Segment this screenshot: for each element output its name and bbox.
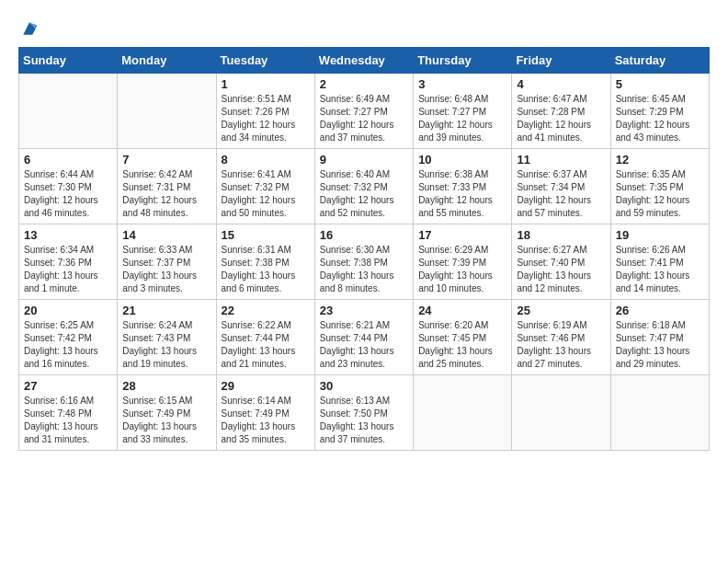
- day-info-line: Sunset: 7:49 PM: [222, 408, 290, 419]
- day-info-line: Sunrise: 6:31 AM: [222, 245, 291, 255]
- day-info-line: Sunrise: 6:34 AM: [24, 245, 94, 255]
- day-info: Sunrise: 6:24 AMSunset: 7:43 PMDaylight:…: [122, 319, 210, 371]
- day-info-line: Sunset: 7:38 PM: [320, 258, 388, 268]
- day-number: 18: [517, 228, 605, 242]
- day-info-line: Sunset: 7:32 PM: [320, 182, 388, 192]
- calendar-cell: 1Sunrise: 6:51 AMSunset: 7:26 PMDaylight…: [216, 74, 314, 149]
- day-info: Sunrise: 6:48 AMSunset: 7:27 PMDaylight:…: [418, 93, 506, 144]
- day-info-line: Sunrise: 6:38 AM: [418, 169, 488, 179]
- calendar-cell: [610, 375, 709, 451]
- day-info: Sunrise: 6:27 AMSunset: 7:40 PMDaylight:…: [517, 244, 605, 295]
- page-header: [18, 18, 710, 38]
- day-number: 27: [24, 379, 112, 393]
- calendar-cell: 8Sunrise: 6:41 AMSunset: 7:32 PMDaylight…: [216, 149, 314, 224]
- day-number: 24: [418, 304, 506, 317]
- day-number: 3: [418, 77, 506, 91]
- day-info-line: Sunrise: 6:37 AM: [517, 169, 586, 179]
- day-info-line: Sunrise: 6:16 AM: [24, 396, 94, 406]
- calendar-cell: [118, 74, 216, 149]
- calendar-cell: [512, 375, 610, 451]
- calendar-cell: [19, 74, 118, 149]
- day-number: 16: [320, 228, 408, 242]
- day-info-line: Sunset: 7:43 PM: [122, 333, 190, 343]
- day-info: Sunrise: 6:34 AMSunset: 7:36 PMDaylight:…: [24, 244, 112, 295]
- day-info: Sunrise: 6:45 AMSunset: 7:29 PMDaylight:…: [616, 93, 704, 144]
- calendar-header-monday: Monday: [118, 48, 216, 74]
- day-info-line: Sunset: 7:29 PM: [616, 107, 684, 117]
- day-info-line: Daylight: 13 hours and 1 minute.: [24, 270, 98, 293]
- calendar-cell: 2Sunrise: 6:49 AMSunset: 7:27 PMDaylight…: [314, 74, 413, 149]
- day-info: Sunrise: 6:21 AMSunset: 7:44 PMDaylight:…: [320, 319, 408, 371]
- day-info-line: Daylight: 13 hours and 29 minutes.: [616, 346, 690, 369]
- day-info: Sunrise: 6:18 AMSunset: 7:47 PMDaylight:…: [616, 319, 704, 371]
- day-info-line: Daylight: 13 hours and 10 minutes.: [418, 270, 493, 293]
- day-info-line: Daylight: 13 hours and 19 minutes.: [122, 346, 197, 369]
- day-info: Sunrise: 6:51 AMSunset: 7:26 PMDaylight:…: [222, 93, 310, 144]
- calendar-table: SundayMondayTuesdayWednesdayThursdayFrid…: [18, 47, 710, 451]
- calendar-cell: 24Sunrise: 6:20 AMSunset: 7:45 PMDayligh…: [414, 300, 512, 375]
- day-info: Sunrise: 6:19 AMSunset: 7:46 PMDaylight:…: [517, 319, 605, 371]
- day-number: 26: [616, 304, 704, 317]
- calendar-week-row: 1Sunrise: 6:51 AMSunset: 7:26 PMDaylight…: [19, 74, 710, 149]
- calendar-cell: 12Sunrise: 6:35 AMSunset: 7:35 PMDayligh…: [610, 149, 709, 224]
- day-info-line: Sunset: 7:49 PM: [122, 408, 190, 419]
- day-info-line: Sunrise: 6:15 AM: [122, 396, 192, 406]
- calendar-cell: 10Sunrise: 6:38 AMSunset: 7:33 PMDayligh…: [414, 149, 512, 224]
- day-number: 19: [616, 228, 704, 242]
- day-info-line: Daylight: 13 hours and 23 minutes.: [320, 346, 394, 369]
- calendar-cell: 5Sunrise: 6:45 AMSunset: 7:29 PMDaylight…: [610, 74, 709, 149]
- calendar-cell: [414, 375, 512, 451]
- day-number: 8: [222, 153, 310, 167]
- calendar-header-wednesday: Wednesday: [314, 48, 413, 74]
- day-info-line: Sunrise: 6:14 AM: [222, 396, 291, 406]
- day-info-line: Daylight: 13 hours and 25 minutes.: [418, 346, 493, 369]
- day-number: 2: [320, 77, 408, 91]
- day-number: 20: [24, 304, 112, 317]
- day-info: Sunrise: 6:22 AMSunset: 7:44 PMDaylight:…: [222, 319, 310, 371]
- day-info-line: Sunset: 7:26 PM: [222, 107, 290, 117]
- day-info-line: Daylight: 13 hours and 37 minutes.: [320, 421, 394, 444]
- calendar-header-saturday: Saturday: [610, 48, 709, 74]
- day-number: 11: [517, 153, 605, 167]
- day-info-line: Daylight: 13 hours and 33 minutes.: [122, 421, 197, 444]
- calendar-cell: 3Sunrise: 6:48 AMSunset: 7:27 PMDaylight…: [414, 74, 512, 149]
- day-number: 13: [24, 228, 112, 242]
- calendar-cell: 19Sunrise: 6:26 AMSunset: 7:41 PMDayligh…: [610, 224, 709, 300]
- day-info: Sunrise: 6:47 AMSunset: 7:28 PMDaylight:…: [517, 93, 605, 144]
- day-info-line: Sunrise: 6:21 AM: [320, 320, 390, 330]
- day-info-line: Sunrise: 6:44 AM: [24, 169, 94, 179]
- day-info-line: Sunrise: 6:33 AM: [122, 245, 192, 255]
- day-info-line: Sunrise: 6:41 AM: [222, 169, 291, 179]
- day-info-line: Daylight: 12 hours and 59 minutes.: [616, 195, 690, 218]
- day-info-line: Sunset: 7:30 PM: [24, 182, 92, 192]
- day-info-line: Sunset: 7:46 PM: [517, 333, 585, 343]
- day-info-line: Sunset: 7:48 PM: [24, 408, 92, 419]
- day-info: Sunrise: 6:40 AMSunset: 7:32 PMDaylight:…: [320, 168, 408, 220]
- day-number: 15: [222, 228, 310, 242]
- day-info-line: Sunrise: 6:19 AM: [517, 320, 586, 330]
- day-number: 9: [320, 153, 408, 167]
- calendar-cell: 6Sunrise: 6:44 AMSunset: 7:30 PMDaylight…: [19, 149, 118, 224]
- day-info-line: Sunrise: 6:49 AM: [320, 94, 390, 104]
- calendar-week-row: 27Sunrise: 6:16 AMSunset: 7:48 PMDayligh…: [19, 375, 710, 451]
- day-info: Sunrise: 6:25 AMSunset: 7:42 PMDaylight:…: [24, 319, 112, 371]
- day-number: 6: [24, 153, 112, 167]
- day-info-line: Sunrise: 6:27 AM: [517, 245, 586, 255]
- day-info-line: Sunset: 7:44 PM: [320, 333, 388, 343]
- calendar-cell: 28Sunrise: 6:15 AMSunset: 7:49 PMDayligh…: [118, 375, 216, 451]
- day-info: Sunrise: 6:30 AMSunset: 7:38 PMDaylight:…: [320, 244, 408, 295]
- day-info: Sunrise: 6:26 AMSunset: 7:41 PMDaylight:…: [616, 244, 704, 295]
- day-number: 22: [222, 304, 310, 317]
- day-number: 4: [517, 77, 605, 91]
- day-info-line: Daylight: 12 hours and 48 minutes.: [122, 195, 197, 218]
- day-info-line: Sunrise: 6:48 AM: [418, 94, 488, 104]
- calendar-header-thursday: Thursday: [414, 48, 512, 74]
- day-info-line: Daylight: 12 hours and 39 minutes.: [418, 120, 493, 143]
- day-info-line: Daylight: 12 hours and 46 minutes.: [24, 195, 98, 218]
- calendar-cell: 16Sunrise: 6:30 AMSunset: 7:38 PMDayligh…: [314, 224, 413, 300]
- day-info-line: Sunrise: 6:26 AM: [616, 245, 686, 255]
- day-info-line: Sunrise: 6:35 AM: [616, 169, 686, 179]
- day-info-line: Sunrise: 6:42 AM: [122, 169, 192, 179]
- day-info: Sunrise: 6:31 AMSunset: 7:38 PMDaylight:…: [222, 244, 310, 295]
- day-info-line: Daylight: 12 hours and 37 minutes.: [320, 120, 394, 143]
